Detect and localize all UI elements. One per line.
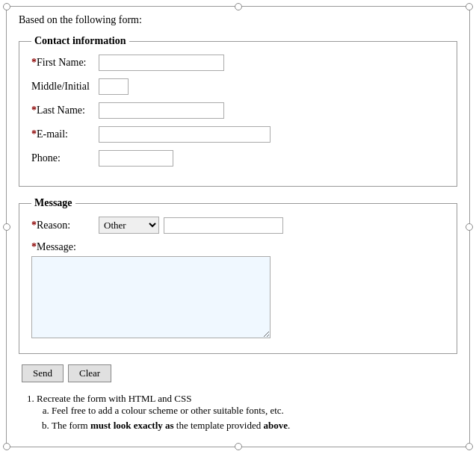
message-legend: Message	[31, 197, 75, 209]
corner-bl-circle	[3, 443, 10, 450]
middle-initial-label: Middle/Initial	[31, 81, 99, 93]
button-row: Send Clear	[19, 364, 457, 382]
contact-legend: Contact information	[31, 35, 129, 47]
last-name-star: *	[31, 105, 37, 116]
first-name-label: *First Name:	[31, 57, 99, 69]
corner-mr-circle	[466, 223, 473, 231]
corner-tl-circle	[3, 3, 10, 10]
instructions-list: Recreate the form with HTML and CSS Feel…	[37, 393, 457, 432]
last-name-input[interactable]	[99, 102, 224, 119]
first-name-row: *First Name:	[31, 55, 445, 71]
corner-br-circle	[466, 443, 473, 450]
last-name-row: *Last Name:	[31, 102, 445, 119]
phone-label: Phone:	[31, 152, 99, 164]
textarea-container	[31, 256, 445, 341]
message-star: *	[31, 241, 37, 252]
message-label-row: *Message:	[31, 241, 445, 253]
instruction-item-1a: Feel free to add a colour scheme or othe…	[52, 405, 457, 417]
reason-extra-input[interactable]	[164, 217, 283, 234]
last-name-label: *Last Name:	[31, 105, 99, 116]
reason-select[interactable]: Other Question Comment Complaint	[99, 217, 159, 234]
message-textarea[interactable]	[31, 256, 271, 338]
email-input[interactable]	[99, 126, 271, 143]
intro-text: Based on the following form:	[19, 14, 457, 26]
instructions: Recreate the form with HTML and CSS Feel…	[19, 393, 457, 432]
corner-ml-circle	[3, 223, 10, 231]
message-fieldset: Message *Reason: Other Question Comment …	[19, 197, 457, 354]
page-wrapper: Based on the following form: Contact inf…	[6, 6, 470, 447]
middle-initial-row: Middle/Initial	[31, 78, 445, 95]
email-label: *E-mail:	[31, 128, 99, 140]
instruction-item-1-text: Recreate the form with HTML and CSS	[37, 393, 191, 404]
first-name-star: *	[31, 57, 37, 68]
email-star: *	[31, 128, 37, 140]
reason-star: *	[31, 220, 37, 231]
message-label: *Message:	[31, 241, 99, 253]
phone-row: Phone:	[31, 150, 445, 167]
reason-label: *Reason:	[31, 220, 99, 232]
middle-initial-input[interactable]	[99, 78, 129, 95]
send-button[interactable]: Send	[22, 364, 64, 382]
instruction-sub-list: Feel free to add a colour scheme or othe…	[52, 405, 457, 432]
email-row: *E-mail:	[31, 126, 445, 143]
clear-button[interactable]: Clear	[68, 364, 111, 382]
instruction-item-1: Recreate the form with HTML and CSS Feel…	[37, 393, 457, 432]
corner-tm-circle	[235, 3, 242, 10]
corner-tr-circle	[466, 3, 473, 10]
instruction-item-1b: The form must look exactly as the templa…	[52, 420, 457, 432]
reason-row: *Reason: Other Question Comment Complain…	[31, 217, 445, 234]
contact-fieldset: Contact information *First Name: Middle/…	[19, 35, 457, 187]
phone-input[interactable]	[99, 150, 173, 167]
corner-bm-circle	[235, 443, 242, 450]
first-name-input[interactable]	[99, 55, 224, 71]
